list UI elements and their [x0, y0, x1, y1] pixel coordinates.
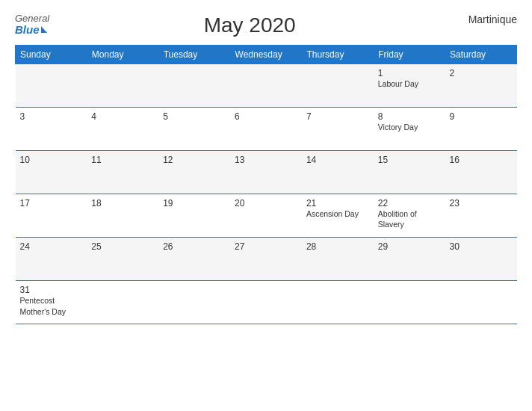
- day-event: Labour Day: [378, 79, 441, 90]
- calendar-day-cell: 20: [230, 194, 302, 238]
- calendar-day-cell: [87, 64, 158, 108]
- day-number: 24: [20, 241, 83, 252]
- day-number: 25: [91, 241, 154, 252]
- calendar-day-cell: 21Ascension Day: [302, 194, 374, 238]
- calendar-week-row: 10111213141516: [16, 151, 517, 194]
- calendar-day-cell: [16, 64, 87, 108]
- calendar-day-cell: 26: [158, 238, 230, 281]
- header-tuesday: Tuesday: [158, 46, 230, 64]
- calendar-day-cell: 3: [16, 108, 87, 151]
- calendar-day-cell: 14: [302, 151, 374, 194]
- region-label: Martinique: [450, 13, 517, 25]
- calendar-day-cell: 30: [445, 238, 517, 281]
- day-number: 1: [378, 68, 441, 78]
- calendar-day-cell: 11: [87, 151, 158, 194]
- header-thursday: Thursday: [302, 46, 374, 64]
- calendar-day-cell: 8Victory Day: [374, 108, 445, 151]
- calendar-day-cell: [158, 64, 230, 108]
- calendar-day-cell: 16: [445, 151, 517, 194]
- header: General Blue May 2020 Martinique: [15, 13, 517, 37]
- day-number: 8: [378, 111, 441, 122]
- day-number: 27: [235, 241, 297, 252]
- day-number: 20: [235, 198, 297, 208]
- calendar-day-cell: 15: [374, 151, 445, 194]
- calendar-week-row: 345678Victory Day9: [16, 108, 517, 151]
- day-number: 10: [20, 155, 83, 165]
- header-friday: Friday: [374, 46, 445, 64]
- day-number: 6: [235, 111, 297, 122]
- day-number: 18: [91, 198, 154, 208]
- calendar-title: May 2020: [49, 13, 450, 37]
- calendar-week-row: 31PentecostMother's Day: [16, 281, 517, 324]
- logo: General Blue: [15, 13, 49, 37]
- calendar-day-cell: 18: [87, 194, 158, 238]
- day-number: 29: [378, 241, 441, 252]
- header-sunday: Sunday: [16, 46, 87, 64]
- calendar-day-cell: 28: [302, 238, 374, 281]
- calendar-day-cell: 29: [374, 238, 445, 281]
- calendar-day-cell: 5: [158, 108, 230, 151]
- calendar-day-cell: 10: [16, 151, 87, 194]
- calendar-table: Sunday Monday Tuesday Wednesday Thursday…: [15, 45, 517, 324]
- day-number: 16: [450, 155, 513, 165]
- calendar-day-cell: 27: [230, 238, 302, 281]
- calendar-day-cell: 12: [158, 151, 230, 194]
- day-number: 19: [163, 198, 226, 208]
- day-number: 9: [450, 111, 513, 122]
- calendar-day-cell: [230, 64, 302, 108]
- calendar-day-cell: 31PentecostMother's Day: [16, 281, 87, 324]
- calendar-week-row: 1Labour Day2: [16, 64, 517, 108]
- day-number: 15: [378, 155, 441, 165]
- logo-general-text: General: [15, 13, 49, 24]
- calendar-week-row: 24252627282930: [16, 238, 517, 281]
- day-number: 2: [450, 68, 513, 78]
- calendar-day-cell: [374, 281, 445, 324]
- logo-blue-text: Blue: [15, 24, 47, 37]
- calendar-day-cell: 1Labour Day: [374, 64, 445, 108]
- calendar-day-cell: 4: [87, 108, 158, 151]
- day-number: 17: [20, 198, 83, 208]
- header-monday: Monday: [87, 46, 158, 64]
- day-number: 23: [450, 198, 513, 208]
- day-number: 31: [20, 285, 83, 295]
- day-number: 30: [450, 241, 513, 252]
- day-number: 26: [163, 241, 226, 252]
- day-number: 12: [163, 155, 226, 165]
- day-event: Pentecost: [20, 296, 83, 306]
- day-number: 22: [378, 198, 441, 208]
- calendar-day-cell: 24: [16, 238, 87, 281]
- calendar-day-cell: [445, 281, 517, 324]
- calendar-day-cell: [87, 281, 158, 324]
- calendar-day-cell: 6: [230, 108, 302, 151]
- day-event: Ascension Day: [306, 209, 369, 220]
- calendar-day-cell: [158, 281, 230, 324]
- calendar-day-cell: 23: [445, 194, 517, 238]
- logo-triangle-icon: [41, 26, 47, 33]
- calendar-day-cell: [302, 64, 374, 108]
- day-number: 5: [163, 111, 226, 122]
- calendar-day-cell: 7: [302, 108, 374, 151]
- calendar-day-cell: 22Abolition of Slavery: [374, 194, 445, 238]
- calendar-day-cell: 25: [87, 238, 158, 281]
- calendar-day-cell: 2: [445, 64, 517, 108]
- day-number: 28: [306, 241, 369, 252]
- day-number: 21: [306, 198, 369, 208]
- day-number: 11: [91, 155, 154, 165]
- calendar-day-cell: [230, 281, 302, 324]
- calendar-page: General Blue May 2020 Martinique Sunday …: [0, 0, 532, 411]
- day-number: 4: [91, 111, 154, 122]
- day-event: Abolition of Slavery: [378, 209, 441, 229]
- day-number: 14: [306, 155, 369, 165]
- calendar-day-cell: 19: [158, 194, 230, 238]
- header-wednesday: Wednesday: [230, 46, 302, 64]
- calendar-day-cell: 9: [445, 108, 517, 151]
- calendar-day-cell: 13: [230, 151, 302, 194]
- day-number: 3: [20, 111, 83, 122]
- header-saturday: Saturday: [445, 46, 517, 64]
- day-number: 7: [306, 111, 369, 122]
- calendar-week-row: 1718192021Ascension Day22Abolition of Sl…: [16, 194, 517, 238]
- day-event: Victory Day: [378, 123, 441, 133]
- days-header-row: Sunday Monday Tuesday Wednesday Thursday…: [16, 46, 517, 64]
- calendar-day-cell: [302, 281, 374, 324]
- day-event: Mother's Day: [20, 307, 83, 318]
